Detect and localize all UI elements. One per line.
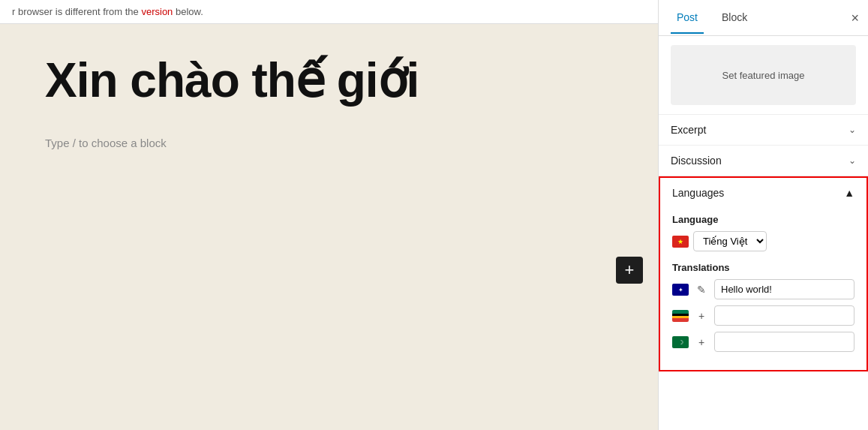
discussion-label: Discussion <box>671 155 722 167</box>
languages-label: Languages <box>672 187 724 199</box>
post-title[interactable]: Xin chào thế giới <box>45 54 613 107</box>
translation-row-sa: + <box>672 332 854 352</box>
tab-post[interactable]: Post <box>671 2 704 34</box>
tab-block[interactable]: Block <box>716 2 753 34</box>
language-section-label: Language <box>672 214 854 225</box>
editor-content[interactable]: Xin chào thế giới Type / to choose a blo… <box>0 24 658 430</box>
discussion-chevron-icon: ⌄ <box>848 155 856 166</box>
translation-row-za: + <box>672 305 854 326</box>
editor-area: r browser is different from the version … <box>0 0 658 430</box>
vietnam-flag-icon <box>672 236 689 248</box>
languages-content: Language Tiếng Việt English Afrikaans Ar… <box>660 208 866 370</box>
notice-text: r browser is different from the version … <box>12 6 203 17</box>
southafrica-flag-icon <box>672 310 689 322</box>
featured-image-section: Set featured image <box>659 36 868 115</box>
discussion-section-header[interactable]: Discussion ⌄ <box>659 146 868 176</box>
language-select[interactable]: Tiếng Việt English Afrikaans Arabic <box>693 231 767 251</box>
excerpt-section: Excerpt ⌄ <box>659 115 868 146</box>
discussion-section: Discussion ⌄ <box>659 146 868 176</box>
sidebar-close-button[interactable]: × <box>851 10 859 26</box>
languages-section: Languages ▲ Language Tiếng Việt English … <box>659 176 868 371</box>
excerpt-chevron-icon: ⌄ <box>848 125 856 135</box>
notice-version: version <box>141 6 173 17</box>
sidebar-header: Post Block × <box>659 0 868 36</box>
translation-input-sa[interactable] <box>714 332 854 352</box>
block-placeholder[interactable]: Type / to choose a block <box>45 137 613 149</box>
sidebar: Post Block × Set featured image Excerpt … <box>658 0 868 430</box>
translation-row-au: ✎ <box>672 279 854 299</box>
translations-section-label: Translations <box>672 262 854 273</box>
editor-notice: r browser is different from the version … <box>0 0 658 24</box>
australia-flag-icon <box>672 284 689 296</box>
add-translation-button-za[interactable]: + <box>693 308 710 324</box>
language-selector: Tiếng Việt English Afrikaans Arabic <box>672 231 854 251</box>
excerpt-section-header[interactable]: Excerpt ⌄ <box>659 115 868 145</box>
translation-input-za[interactable] <box>714 305 854 326</box>
arabic-flag-icon <box>672 336 689 348</box>
edit-translation-button-au[interactable]: ✎ <box>693 281 710 298</box>
languages-chevron-icon: ▲ <box>844 187 854 199</box>
featured-image-button[interactable]: Set featured image <box>671 45 856 105</box>
excerpt-label: Excerpt <box>671 124 706 136</box>
add-block-button[interactable]: + <box>616 257 643 284</box>
add-translation-button-sa[interactable]: + <box>693 334 710 350</box>
languages-section-header[interactable]: Languages ▲ <box>660 178 866 208</box>
translation-input-au[interactable] <box>714 279 854 299</box>
